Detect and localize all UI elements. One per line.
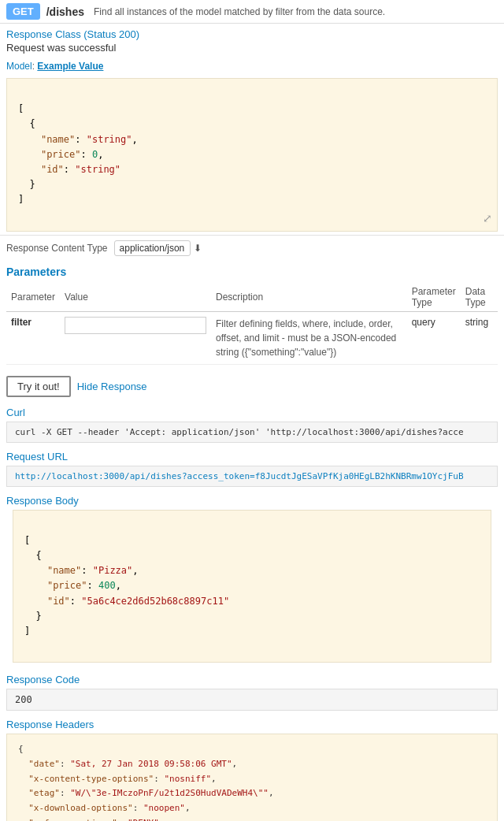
response-class-section: Response Class (Status 200) Request was … — [0, 24, 504, 58]
response-headers-title: Response Headers — [6, 719, 498, 730]
rb-obj-close: } — [35, 611, 41, 622]
model-json-key-name: "name" — [41, 134, 75, 145]
rh-val-xcto: "nosniff" — [164, 774, 211, 784]
rh-val-etag: "W/\"3e-IMczoPnF/u2t1d2S0HudVADeWH4\"" — [70, 788, 269, 798]
model-json-val-name: "string" — [87, 134, 132, 145]
response-code-section: Response Code 200 — [0, 671, 504, 715]
method-badge: GET — [6, 3, 40, 20]
model-json-key-id: "id" — [41, 164, 64, 175]
try-it-out-button[interactable]: Try it out! — [6, 376, 71, 397]
param-name-filter: filter — [11, 317, 32, 328]
request-url-title: Request URL — [6, 451, 498, 463]
rb-val-price: 400 — [98, 580, 116, 591]
response-body-section: Response Body [ { "name": "Pizza", "pric… — [0, 492, 504, 671]
content-type-row: Response Content Type application/json ⬇ — [0, 235, 504, 261]
rb-val-name: "Pizza" — [93, 565, 133, 576]
response-code-title: Response Code — [6, 674, 498, 685]
response-headers-section: Response Headers { "date": "Sat, 27 Jan … — [0, 715, 504, 821]
hide-response-link[interactable]: Hide Response — [77, 381, 147, 392]
rb-close-bracket: ] — [24, 626, 30, 637]
request-success-msg: Request was successful — [6, 42, 498, 54]
param-value-filter-input[interactable] — [65, 317, 206, 334]
response-class-title: Response Class (Status 200) — [6, 28, 498, 40]
request-url-value: http://localhost:3000/api/dishes?access_… — [6, 466, 498, 487]
response-body-block: [ { "name": "Pizza", "price": 400, "id":… — [13, 510, 491, 663]
col-data-type: Data Type — [461, 283, 498, 312]
rb-obj-open: { — [35, 550, 41, 561]
response-code-value: 200 — [6, 689, 498, 711]
parameters-table: Parameter Value Description ParameterTyp… — [6, 283, 498, 365]
rh-val-xdo: "noopen" — [143, 803, 185, 813]
response-headers-block: { "date": "Sat, 27 Jan 2018 09:58:06 GMT… — [6, 734, 498, 821]
param-data-type-filter: string — [465, 317, 488, 328]
model-json-val-id: "string" — [75, 164, 120, 175]
rb-key-price: "price" — [47, 580, 87, 591]
param-row-filter: filter Filter defining fields, where, in… — [6, 311, 498, 364]
model-section: Model: Example Value — [0, 58, 504, 75]
model-json-close-bracket: ] — [18, 194, 24, 205]
param-type-filter: query — [412, 317, 435, 328]
content-type-label: Response Content Type — [6, 243, 108, 254]
rh-key-etag: "etag" — [28, 788, 60, 798]
rh-key-xcto: "x-content-type-options" — [28, 774, 154, 784]
rb-key-id: "id" — [47, 596, 70, 607]
top-bar: GET /dishes Find all instances of the mo… — [0, 0, 504, 24]
model-json-key-price: "price" — [41, 149, 81, 160]
dropdown-arrow-icon: ⬇ — [194, 243, 202, 254]
curl-section: Curl curl -X GET --header 'Accept: appli… — [0, 403, 504, 448]
col-parameter-type: ParameterType — [407, 283, 461, 312]
endpoint-description: Find all instances of the model matched … — [94, 6, 498, 17]
curl-command: curl -X GET --header 'Accept: applicatio… — [6, 422, 498, 443]
model-json-val-price: 0 — [92, 149, 98, 160]
parameters-title: Parameters — [6, 266, 498, 278]
rh-val-date: "Sat, 27 Jan 2018 09:58:06 GMT" — [70, 759, 232, 769]
rh-key-xdo: "x-download-options" — [28, 803, 132, 813]
model-json-obj-close: } — [29, 179, 35, 190]
col-parameter: Parameter — [6, 283, 60, 312]
col-value: Value — [60, 283, 211, 312]
request-url-section: Request URL http://localhost:3000/api/di… — [0, 448, 504, 492]
param-desc-filter: Filter defining fields, where, include, … — [216, 318, 396, 358]
rb-key-name: "name" — [47, 565, 81, 576]
model-text: Model — [6, 61, 32, 72]
response-body-title: Response Body — [6, 495, 498, 507]
endpoint-path: /dishes — [46, 6, 84, 18]
rb-val-id: "5a6c4ce2d6d52b68c8897c11" — [81, 596, 229, 607]
actions-row: Try it out! Hide Response — [0, 370, 504, 403]
rh-key-xfo: "x-frame-options" — [28, 818, 117, 821]
parameters-section: Parameters Parameter Value Description P… — [0, 261, 504, 370]
rh-val-xfo: "DENY" — [128, 818, 159, 821]
model-example-tab[interactable]: Example Value — [37, 61, 103, 72]
rh-key-date: "date" — [28, 759, 60, 769]
model-json-obj-open: { — [29, 118, 35, 129]
model-json-open-bracket: [ — [18, 103, 24, 114]
model-label: Model: Example Value — [6, 61, 103, 72]
expand-icon[interactable]: ⤢ — [483, 210, 492, 227]
content-type-select[interactable]: application/json — [114, 240, 191, 256]
rb-open-bracket: [ — [24, 535, 30, 546]
col-description: Description — [211, 283, 407, 312]
model-json-block: [ { "name": "string", "price": 0, "id": … — [6, 78, 498, 232]
curl-title: Curl — [6, 407, 498, 418]
